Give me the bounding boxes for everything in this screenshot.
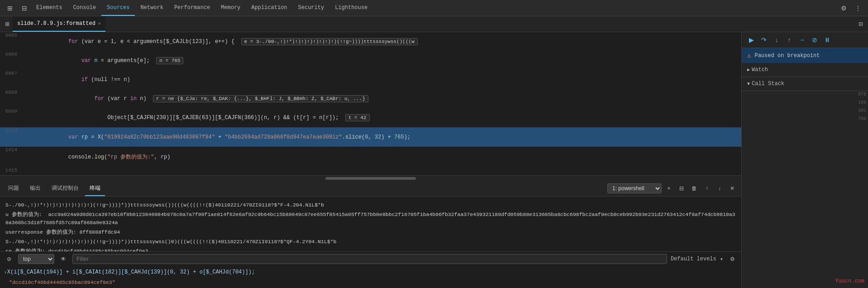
scroll-down-icon[interactable]: ↓	[714, 183, 725, 194]
step-over-btn[interactable]: ↷	[758, 34, 770, 46]
console-line-4: S-./00-,!)!*!)!)!)!)!)!)!)!)(!!g~))))*))…	[0, 237, 741, 246]
eye-icon[interactable]: 👁	[58, 254, 69, 264]
call-stack-label: Call Stack	[752, 81, 784, 87]
file-tab-active[interactable]: slide.7.8.9.js:formatted ✕	[13, 16, 105, 32]
code-line-1414: 1414 console.log("rp 参数的值为:", rp)	[0, 147, 741, 167]
main-area: 6065 for (var e = 1, e < arguments[$_CAJ…	[0, 32, 868, 288]
code-line-6069: 6069 Object[$_CAJFN(230)][$_CAJEB(63)][$…	[0, 108, 741, 127]
call-stack-header[interactable]: ▼ Call Stack	[747, 81, 863, 87]
console-input-line[interactable]: X(i[$_CAIAt(104)] + i[$_CAIAt(182)][$_CA…	[7, 269, 738, 275]
top-select[interactable]: top	[18, 254, 54, 264]
panel-split-icon[interactable]: ⊟	[855, 19, 866, 29]
console-result: "dccd19cf40bd44485c85bac094cef9e3"	[4, 278, 121, 286]
split-terminal-icon[interactable]: ⊟	[676, 183, 687, 194]
default-levels-label: Default levels	[671, 256, 716, 262]
file-tab-name: slide.7.8.9.js:formatted	[17, 20, 95, 27]
horizontal-scrollbar[interactable]	[325, 177, 416, 180]
console-output: S-./00-,!)!*!)!)!)!)!)!)!)!)(!!g~))))*))…	[0, 197, 741, 251]
console-settings-icon[interactable]: ⚙	[727, 254, 738, 264]
code-line-6066: 6066 var n = arguments[e]; n = 765	[0, 51, 741, 70]
file-tabbar-right: ⊟	[855, 19, 866, 29]
bottom-tab-right: 1: powershell + ⊟ 🗑 ↑ ↓ ✕	[607, 183, 738, 194]
code-line-6067: 6067 if (null !== n)	[0, 70, 741, 89]
call-stack-chevron-icon: ▼	[747, 82, 750, 86]
breakpoint-icon: ⚠	[747, 52, 751, 59]
breakpoint-banner: ⚠ Paused on breakpoint	[742, 48, 868, 63]
close-panel-icon[interactable]: ✕	[727, 183, 738, 194]
deactivate-breakpoints-btn[interactable]: ⊘	[809, 34, 820, 46]
file-tab-close[interactable]: ✕	[98, 21, 101, 26]
add-terminal-icon[interactable]: +	[663, 183, 674, 194]
call-stack-section: ▼ Call Stack	[742, 77, 868, 91]
code-context: 6065 for (var e = 1, e < arguments[$_CAJ…	[0, 32, 741, 128]
step-into-btn[interactable]: ↓	[771, 34, 782, 46]
devtools-toolbar: ⊞ ⊟ Elements Console Sources Network Per…	[0, 0, 868, 16]
tab-application[interactable]: Application	[246, 0, 292, 16]
tab-lighthouse[interactable]: Lighthouse	[329, 0, 373, 16]
toolbar-right: ⚙ ⋮	[837, 2, 864, 14]
tab-performance[interactable]: Performance	[169, 0, 215, 16]
code-line-1413: 1413 var rp = X("019924a82c70bb123aae90d…	[0, 128, 741, 147]
breakpoint-text: Paused on breakpoint	[754, 53, 820, 59]
pause-on-exceptions-btn[interactable]: ⏸	[821, 34, 833, 46]
tab-elements[interactable]: Elements	[31, 0, 68, 16]
tab-issues[interactable]: 问题	[4, 181, 24, 196]
console-input-bar: ⊘ top 👁 Default levels ▾ ⚙ › X(i[$_CAIAt…	[0, 251, 741, 288]
code-line-6068: 6068 for (var r in n) r = ne {$_CJa: re,…	[0, 89, 741, 108]
settings-icon[interactable]: ⚙	[837, 2, 850, 14]
left-panel: 6065 for (var e = 1, e < arguments[$_CAJ…	[0, 32, 741, 288]
dropdown-icon: ▾	[720, 256, 723, 263]
console-filter-row: ⊘ top 👁 Default levels ▾ ⚙	[4, 254, 738, 264]
console-line-1: S-./00-,!)!*!)!)!)!)!)!)!)!)(!!g~))))*))…	[0, 200, 741, 210]
console-line-2: u 参数的值为: acc9a024a9d0d01ca397eb10f8b0123…	[0, 210, 741, 227]
console-line-3: userresponse 参数的值为: 8ff8888ffdc94	[0, 227, 741, 237]
right-panel: ▶ ↷ ↓ ↑ → ⊘ ⏸ ⚠ Paused on breakpoint ▶ W…	[741, 32, 868, 288]
tab-output[interactable]: 输出	[25, 181, 45, 196]
devtools-icon-btn[interactable]: ⊞	[4, 2, 16, 14]
more-options-icon[interactable]: ⋮	[852, 2, 864, 14]
tab-security[interactable]: Security	[293, 0, 330, 16]
delete-terminal-icon[interactable]: 🗑	[689, 183, 700, 194]
step-btn[interactable]: →	[796, 34, 808, 46]
watch-label: Watch	[752, 67, 768, 73]
tab-terminal[interactable]: 终端	[85, 181, 105, 196]
terminal-select[interactable]: 1: powershell	[607, 183, 662, 193]
code-line-1415: 1415	[0, 167, 741, 175]
new-tab-icon[interactable]: ⊞	[2, 19, 13, 29]
debug-toolbar: ▶ ↷ ↓ ↑ → ⊘ ⏸	[742, 32, 868, 48]
watch-chevron-icon: ▶	[747, 67, 750, 72]
console-code-row: › X(i[$_CAIAt(104)] + i[$_CAIAt(182)][$_…	[4, 267, 738, 276]
scroll-bar-area[interactable]	[0, 175, 741, 181]
active-code-area: 1413 var rp = X("019924a82c70bb123aae90d…	[0, 128, 741, 175]
line-numbers-right: 078 168 301 700	[854, 91, 868, 123]
console-prompt-icon: ›	[4, 269, 7, 276]
watermark: Yuucn.com	[835, 278, 864, 284]
file-tabbar: ⊞ slide.7.8.9.js:formatted ✕ ⊟	[0, 16, 868, 32]
step-out-btn[interactable]: ↑	[783, 34, 795, 46]
watch-section: ▶ Watch	[742, 63, 868, 77]
devtools-tabs: Elements Console Sources Network Perform…	[31, 0, 837, 16]
console-clear-icon[interactable]: ⊘	[4, 254, 14, 264]
code-line-6065: 6065 for (var e = 1, e < arguments[$_CAJ…	[0, 32, 741, 51]
tab-debug-console[interactable]: 调试控制台	[47, 181, 83, 196]
tab-sources[interactable]: Sources	[101, 0, 135, 16]
tab-network[interactable]: Network	[135, 0, 168, 16]
panel-toggle-btn[interactable]: ⊟	[18, 2, 31, 14]
filter-input[interactable]	[72, 254, 667, 264]
bottom-tabs: 问题 输出 调试控制台 终端 1: powershell + ⊟ 🗑 ↑ ↓ ✕	[0, 181, 741, 197]
tab-console[interactable]: Console	[68, 0, 101, 16]
toolbar-left: ⊞ ⊟	[4, 2, 31, 14]
scroll-up-icon[interactable]: ↑	[701, 183, 712, 194]
resume-btn[interactable]: ▶	[745, 34, 757, 46]
console-line-5: rp 参数的值为: dccd19cf40bd44485c85bac094cef9…	[0, 246, 741, 251]
watch-header[interactable]: ▶ Watch	[747, 67, 863, 73]
tab-memory[interactable]: Memory	[215, 0, 246, 16]
